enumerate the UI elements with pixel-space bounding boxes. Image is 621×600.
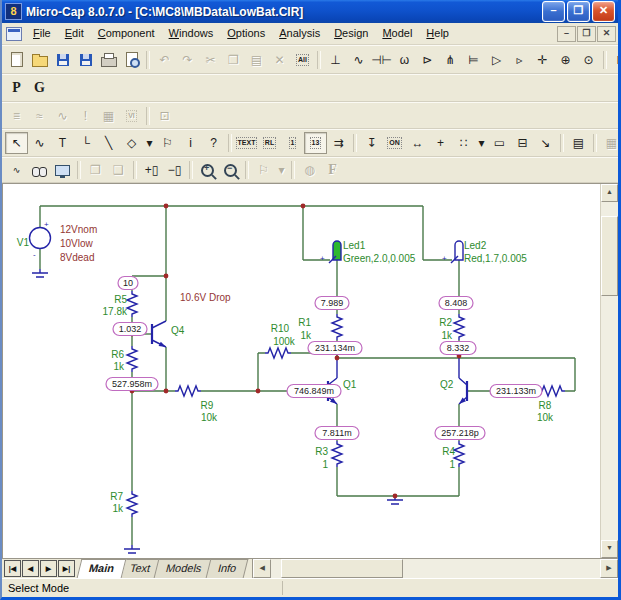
- line-mode-icon[interactable]: ╲: [97, 132, 120, 154]
- resistor-r7[interactable]: [127, 491, 137, 517]
- vertical-scrollbar[interactable]: ▲ ▼: [600, 184, 618, 558]
- close-button[interactable]: ✕: [592, 1, 615, 22]
- minimize-button[interactable]: –: [542, 1, 565, 22]
- resistor-icon[interactable]: ∿: [347, 49, 370, 71]
- graphics-cursor-icon[interactable]: ↘: [534, 132, 557, 154]
- node-bubble[interactable]: 8.332: [440, 342, 476, 355]
- last-tab-button[interactable]: ▶|: [58, 560, 75, 577]
- menu-options[interactable]: Options: [220, 25, 272, 42]
- save-icon[interactable]: [51, 49, 74, 71]
- ground-r7[interactable]: [124, 545, 140, 553]
- design-info-icon[interactable]: [51, 159, 74, 181]
- prev-tab-button[interactable]: ◀: [22, 560, 39, 577]
- vertical-scroll-track[interactable]: [601, 202, 618, 540]
- menu-component[interactable]: Component: [91, 25, 162, 42]
- tab-info[interactable]: Info: [205, 559, 248, 578]
- ground-v1[interactable]: [32, 269, 48, 277]
- resistor-r1[interactable]: [332, 314, 342, 340]
- node-bubble[interactable]: 8.408: [439, 297, 473, 310]
- grid-icon[interactable]: ∷: [452, 132, 475, 154]
- tie-icon[interactable]: ✛: [531, 49, 554, 71]
- node-bubble[interactable]: 257.218p: [435, 427, 485, 440]
- transistor-q2[interactable]: [459, 356, 467, 404]
- component-mode-icon[interactable]: ∿: [28, 132, 51, 154]
- tab-main[interactable]: Main: [77, 559, 127, 578]
- tab-models[interactable]: Models: [154, 559, 214, 578]
- p-button[interactable]: P: [5, 77, 28, 99]
- app-icon[interactable]: 8: [5, 3, 22, 20]
- led-led1[interactable]: [329, 241, 341, 263]
- resistor-r9[interactable]: [175, 386, 201, 396]
- print-icon[interactable]: [97, 49, 120, 71]
- node-bubble[interactable]: 7.811m: [315, 427, 359, 440]
- info-mode-icon[interactable]: i: [179, 132, 202, 154]
- text-mode-icon[interactable]: T: [51, 132, 74, 154]
- horizontal-scroll-track[interactable]: [271, 559, 600, 578]
- inductor-icon[interactable]: ω: [393, 49, 416, 71]
- save-as-icon[interactable]: [74, 49, 97, 71]
- node-bubble[interactable]: 231.134m: [308, 342, 362, 355]
- g-button[interactable]: G: [28, 77, 51, 99]
- shape-dropdown-icon[interactable]: ▾: [143, 132, 156, 154]
- child-minimize-button[interactable]: –: [557, 26, 576, 42]
- node-bubble[interactable]: 231.133m: [490, 385, 542, 398]
- node-bubble[interactable]: 1.032: [113, 323, 147, 336]
- resistor-r4[interactable]: [454, 441, 464, 467]
- power-on-icon[interactable]: ON: [383, 132, 406, 154]
- menu-model[interactable]: Model: [375, 25, 419, 42]
- node-bubble[interactable]: 527.958m: [106, 378, 158, 391]
- attribute-text-icon[interactable]: RL: [258, 132, 281, 154]
- next-tab-button[interactable]: ▶: [40, 560, 57, 577]
- grid-dropdown-icon[interactable]: ▾: [475, 132, 488, 154]
- print-preview-icon[interactable]: [120, 49, 143, 71]
- scroll-right-button[interactable]: ▶: [600, 559, 618, 578]
- schematic-canvas[interactable]: + - + + V1 R5 17.8k R6 1k R7 1k R9 10k R…: [3, 184, 600, 558]
- document-icon[interactable]: [6, 27, 22, 41]
- wire-mode-icon[interactable]: └: [74, 132, 97, 154]
- tile-horizontal-icon[interactable]: ⊟: [610, 49, 621, 71]
- find-part-icon[interactable]: ∿: [5, 159, 28, 181]
- first-tab-button[interactable]: |◀: [4, 560, 21, 577]
- slider-icon[interactable]: ↔: [406, 132, 429, 154]
- node-bubble[interactable]: 746.849m: [287, 385, 341, 398]
- node-bubble[interactable]: 7.989: [315, 297, 349, 310]
- select-all-icon[interactable]: All: [291, 49, 314, 71]
- zoom-out-icon[interactable]: [219, 159, 242, 181]
- search-icon[interactable]: [28, 159, 51, 181]
- menu-help[interactable]: Help: [419, 25, 456, 42]
- pin-connections-icon[interactable]: ↧: [360, 132, 383, 154]
- schematic-svg[interactable]: + - + + V1 R5 17.8k R6 1k R7 1k R9 10k R…: [3, 184, 600, 558]
- menu-edit[interactable]: Edit: [58, 25, 91, 42]
- ground-icon[interactable]: ⊥: [324, 49, 347, 71]
- source-v1[interactable]: [30, 228, 51, 249]
- open-icon[interactable]: [28, 49, 51, 71]
- horizontal-scroll-thumb[interactable]: [281, 559, 403, 578]
- resistor-r5[interactable]: [127, 291, 137, 317]
- new-icon[interactable]: [5, 49, 28, 71]
- resistor-r6[interactable]: [127, 346, 137, 372]
- scroll-up-button[interactable]: ▲: [601, 184, 618, 202]
- select-mode-icon[interactable]: ↖: [5, 132, 28, 154]
- menu-windows[interactable]: Windows: [162, 25, 221, 42]
- border-icon[interactable]: ▭: [488, 132, 511, 154]
- text-visibility-icon[interactable]: TEXT: [235, 132, 258, 154]
- scroll-left-button[interactable]: ◀: [253, 559, 271, 578]
- node-bubble[interactable]: 10: [118, 277, 138, 290]
- mosfet-icon[interactable]: ⊨: [462, 49, 485, 71]
- vertical-scroll-thumb[interactable]: [601, 216, 618, 296]
- capacitor-icon[interactable]: ⊣⊢: [370, 49, 393, 71]
- child-restore-button[interactable]: ❐: [577, 26, 596, 42]
- node-numbers-icon[interactable]: 1: [281, 132, 304, 154]
- transistor-icon[interactable]: ⋔: [439, 49, 462, 71]
- resistor-r8[interactable]: [539, 386, 565, 396]
- voltage-source-icon[interactable]: ⊕: [554, 49, 577, 71]
- node-voltages-icon[interactable]: 13: [304, 132, 327, 154]
- add-page-icon[interactable]: +▯: [140, 159, 163, 181]
- resistor-r10[interactable]: [265, 348, 291, 358]
- crosshair-icon[interactable]: +: [429, 132, 452, 154]
- title-block-icon[interactable]: ⊟: [511, 132, 534, 154]
- resistor-r2[interactable]: [454, 314, 464, 340]
- maximize-button[interactable]: ❐: [567, 1, 590, 22]
- properties-icon[interactable]: ▤: [567, 132, 590, 154]
- scroll-down-button[interactable]: ▼: [601, 540, 618, 558]
